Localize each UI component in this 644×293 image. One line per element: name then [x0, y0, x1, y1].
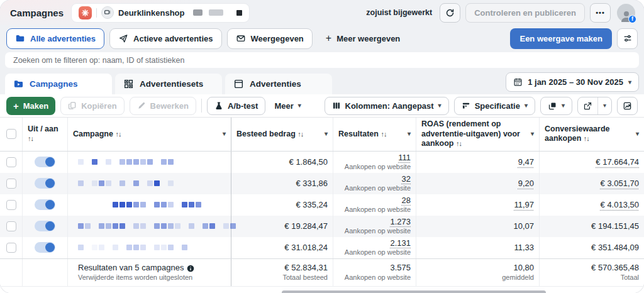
- conversion-value-cell: € 194.151,45: [540, 216, 644, 237]
- chevron-down-icon: ▾: [633, 131, 639, 137]
- breakdown-icon: [462, 101, 470, 110]
- conversion-value-cell[interactable]: € 3.051,70: [601, 179, 639, 188]
- ads-frame-icon: [233, 79, 244, 89]
- select-all-checkbox[interactable]: [6, 129, 16, 139]
- chevron-down-icon: ▾: [438, 102, 441, 109]
- breakdown-button[interactable]: Specificatie ▾: [454, 97, 535, 115]
- adsets-grid-icon: [123, 79, 134, 89]
- more-actions-button[interactable]: Meer ▾: [270, 101, 304, 111]
- sort-icon: ↑↓: [28, 135, 33, 142]
- filter-all-ads[interactable]: Alle advertenties: [6, 28, 104, 49]
- search-bar: [0, 52, 644, 71]
- sort-icon: ↑↓: [456, 140, 462, 147]
- total-conversion-value: € 570.365,48: [591, 263, 639, 273]
- review-publish-button[interactable]: Controleren en publiceren: [465, 3, 585, 23]
- action-toolbar: + Maken Kopiëren Bewerken A/b-te: [0, 94, 644, 117]
- redacted-block: [236, 10, 242, 16]
- roas-cell[interactable]: 9,20: [518, 179, 534, 188]
- sort-icon: ↑↓: [584, 135, 589, 142]
- campaign-toggle[interactable]: [35, 242, 55, 253]
- table-row: € 1.864,50 111 Aankopen op website 9,47 …: [0, 152, 644, 173]
- chevron-down-icon: ▾: [220, 131, 226, 137]
- table-row: € 331,86 32 Aankopen op website 9,20 € 3…: [0, 173, 644, 194]
- refresh-button[interactable]: [440, 3, 460, 23]
- envelope-icon: [236, 33, 246, 43]
- campaign-toggle[interactable]: [35, 157, 55, 167]
- more-options-button[interactable]: •••: [590, 3, 611, 23]
- table-card: + Maken Kopiëren Bewerken A/b-te: [0, 94, 644, 293]
- send-icon: [118, 33, 128, 43]
- level-tabs: Campagnes Advertentiesets Advertenties 1…: [0, 71, 644, 94]
- filter-active-ads[interactable]: Actieve advertenties: [109, 28, 221, 49]
- sort-icon: ↑↓: [115, 130, 121, 138]
- filter-bar: Alle advertenties Actieve advertenties W…: [0, 25, 644, 52]
- ellipsis-icon: •••: [596, 9, 605, 16]
- conversion-value-cell[interactable]: € 4.013,50: [601, 200, 639, 209]
- tab-campaigns[interactable]: Campagnes: [5, 74, 112, 94]
- tab-ads[interactable]: Advertenties: [225, 74, 332, 94]
- date-range-picker[interactable]: 1 jan 2025 – 30 Nov 2025 ▾: [506, 72, 639, 92]
- campaign-toggle[interactable]: [35, 221, 55, 231]
- chevron-down-icon: ▾: [603, 102, 606, 109]
- scrollbar-thumb[interactable]: [282, 290, 546, 293]
- columns-icon: [332, 101, 341, 110]
- column-header-campaign[interactable]: Campagne ↑↓ ▾: [68, 118, 231, 151]
- summary-note: Verwijderde items worden uitgesloten: [78, 274, 192, 282]
- table-row: € 335,24 28 Aankopen op website 11,97 € …: [0, 194, 644, 216]
- column-header-conversion-value[interactable]: Conversiewaarde aankopen ↑↓ ▾: [540, 118, 644, 151]
- column-header-spend[interactable]: Besteed bedrag ↑↓ ▾: [231, 118, 333, 151]
- conversion-value-cell: € 351.484,09: [540, 237, 644, 258]
- chevron-down-icon: ▾: [562, 102, 565, 109]
- profile-avatar[interactable]: f: [617, 4, 635, 22]
- top-bar: Campagnes Deurklinkenshop zojuist bijgew…: [0, 0, 644, 25]
- average-roas: 10,80: [513, 263, 534, 273]
- chevron-down-icon: ▾: [322, 131, 328, 137]
- export-button[interactable]: [578, 97, 597, 114]
- create-button[interactable]: + Maken: [6, 97, 55, 115]
- campaign-toggle[interactable]: [35, 178, 55, 189]
- row-checkbox[interactable]: [6, 243, 16, 253]
- pencil-icon: [137, 101, 146, 110]
- sort-icon: ↑↓: [380, 130, 386, 138]
- conversion-value-cell[interactable]: € 17.664,74: [596, 157, 639, 167]
- export-options-button[interactable]: ▾: [598, 97, 611, 114]
- redacted-text: [193, 9, 203, 16]
- column-header-toggle[interactable]: Uit / aan ↑↓: [23, 118, 68, 151]
- results-cell: 2.131 Aankopen op website: [333, 237, 416, 258]
- column-header-roas[interactable]: ROAS (rendement op advertentie-uitgaven)…: [416, 118, 540, 151]
- edit-button[interactable]: Bewerken: [130, 97, 196, 115]
- chevron-down-icon: ▾: [298, 102, 301, 109]
- chevron-down-icon: ▾: [525, 102, 528, 109]
- column-header-results[interactable]: Resultaten ↑↓ ▾: [333, 118, 416, 151]
- account-switcher[interactable]: Deurklinkenshop: [71, 3, 249, 23]
- info-icon[interactable]: [187, 265, 194, 272]
- table-row: € 19.284,47 1.273 Aankopen op website 10…: [0, 216, 644, 237]
- more-filters-button[interactable]: + Meer weergeven: [318, 28, 409, 49]
- page-title: Campagnes: [10, 8, 64, 18]
- duplicate-button[interactable]: Kopiëren: [60, 97, 124, 115]
- facebook-badge-icon: f: [628, 15, 636, 23]
- ab-test-button[interactable]: A/b-test: [207, 97, 265, 115]
- ads-manager-window: Campagnes Deurklinkenshop zojuist bijgew…: [0, 0, 644, 293]
- view-settings-button[interactable]: [617, 28, 638, 49]
- campaign-toggle[interactable]: [35, 199, 55, 210]
- table-summary-row: Resultaten van 5 campagnes Verwijderde i…: [0, 258, 644, 286]
- filter-had-delivery[interactable]: Weergegeven: [227, 28, 313, 49]
- total-results: 3.575: [390, 263, 411, 273]
- row-checkbox[interactable]: [6, 157, 16, 167]
- reports-button[interactable]: ▾: [540, 97, 572, 115]
- copy-icon: [68, 101, 77, 110]
- tab-adsets[interactable]: Advertentiesets: [115, 74, 222, 94]
- export-icon: [583, 101, 592, 111]
- roas-cell[interactable]: 9,47: [518, 157, 534, 167]
- search-input[interactable]: [5, 52, 639, 68]
- roas-cell[interactable]: 11,97: [514, 200, 534, 209]
- charts-button[interactable]: [617, 97, 638, 115]
- row-checkbox[interactable]: [6, 179, 16, 189]
- sliders-icon: [623, 33, 633, 43]
- row-checkbox[interactable]: [6, 221, 16, 231]
- total-spend: € 52.834,31: [284, 263, 328, 273]
- create-view-button[interactable]: Een weergave maken: [510, 28, 612, 49]
- columns-button[interactable]: Kolommen: Aangepast ▾: [325, 97, 449, 115]
- row-checkbox[interactable]: [6, 200, 16, 210]
